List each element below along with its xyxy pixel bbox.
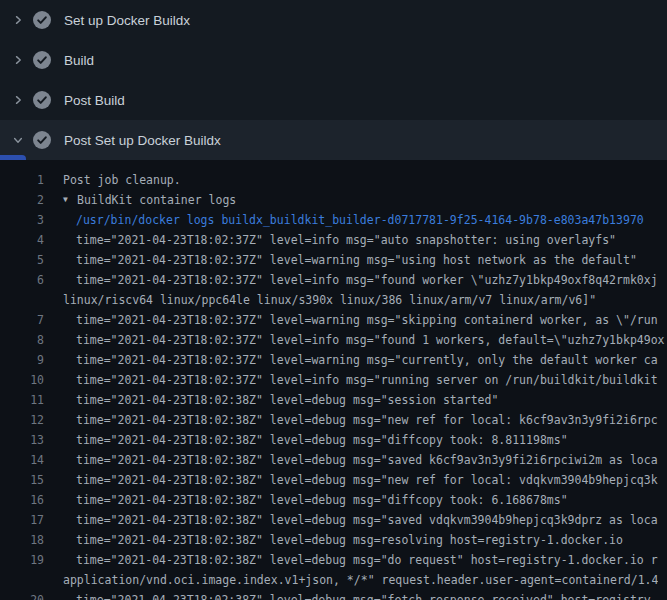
line-number[interactable]: 9 [0, 350, 44, 370]
log-line: 4 ▼ time="2021-04-23T18:02:37Z" level=in… [0, 230, 667, 250]
log-text: time="2021-04-23T18:02:38Z" level=debug … [76, 550, 658, 570]
log-text: Post job cleanup. [63, 170, 181, 190]
line-number[interactable]: 17 [0, 510, 44, 530]
check-circle-icon [32, 90, 52, 110]
line-number[interactable]: 14 [0, 450, 44, 470]
check-circle-icon [32, 130, 52, 150]
log-line: 10 ▼ time="2021-04-23T18:02:37Z" level=i… [0, 370, 667, 390]
step-row[interactable]: Build [0, 40, 667, 80]
line-number[interactable]: 12 [0, 410, 44, 430]
actions-log-viewer: Set up Docker Buildx Build [0, 0, 667, 600]
log-line: 16 ▼ time="2021-04-23T18:02:38Z" level=d… [0, 490, 667, 510]
line-number[interactable]: 19 [0, 550, 44, 570]
log-line: 13 ▼ time="2021-04-23T18:02:38Z" level=d… [0, 430, 667, 450]
log-text: time="2021-04-23T18:02:38Z" level=debug … [76, 430, 568, 450]
line-number[interactable]: 15 [0, 470, 44, 490]
log-line: 15 ▼ time="2021-04-23T18:02:38Z" level=d… [0, 470, 667, 490]
step-row[interactable]: Post Build [0, 80, 667, 120]
line-number[interactable]: 20 [0, 590, 44, 600]
log-line: 12 ▼ time="2021-04-23T18:02:38Z" level=d… [0, 410, 667, 430]
chevron-right-icon[interactable] [12, 94, 24, 106]
log-text: time="2021-04-23T18:02:38Z" level=debug … [76, 450, 658, 470]
log-line: 6 ▼ time="2021-04-23T18:02:37Z" level=in… [0, 270, 667, 290]
log-line: 3 ▼ /usr/bin/docker logs buildx_buildkit… [0, 210, 667, 230]
line-number[interactable]: 11 [0, 390, 44, 410]
step-label: Post Build [64, 93, 125, 108]
log-line: 14 ▼ time="2021-04-23T18:02:38Z" level=d… [0, 450, 667, 470]
step-label: Build [64, 53, 94, 68]
line-number[interactable]: 13 [0, 430, 44, 450]
step-label: Post Set up Docker Buildx [64, 133, 221, 148]
line-number[interactable]: 16 [0, 490, 44, 510]
chevron-right-icon[interactable] [12, 54, 24, 66]
check-circle-icon [32, 50, 52, 70]
disclosure-triangle-icon[interactable]: ▼ [63, 190, 77, 210]
log-line: 18 ▼ time="2021-04-23T18:02:38Z" level=d… [0, 530, 667, 550]
log-text: time="2021-04-23T18:02:38Z" level=debug … [76, 390, 498, 410]
log-text: time="2021-04-23T18:02:38Z" level=debug … [76, 590, 658, 600]
log-command-text: /usr/bin/docker logs buildx_buildkit_bui… [76, 210, 644, 230]
log-text: time="2021-04-23T18:02:38Z" level=debug … [76, 410, 658, 430]
log-line: 8 ▼ time="2021-04-23T18:02:37Z" level=in… [0, 330, 667, 350]
log-line: 5 ▼ time="2021-04-23T18:02:37Z" level=wa… [0, 250, 667, 270]
log-area[interactable]: 1 ▼ Post job cleanup. 2 ▼ BuildKit conta… [0, 160, 667, 600]
line-number[interactable]: 5 [0, 250, 44, 270]
log-text: application/vnd.oci.image.index.v1+json,… [63, 570, 658, 590]
log-text: time="2021-04-23T18:02:37Z" level=warnin… [76, 310, 658, 330]
focus-accent-bar [0, 155, 26, 160]
line-number[interactable]: 4 [0, 230, 44, 250]
line-number[interactable]: 10 [0, 370, 44, 390]
step-row[interactable]: Set up Docker Buildx [0, 0, 667, 40]
line-number[interactable] [0, 570, 44, 590]
line-number[interactable]: 18 [0, 530, 44, 550]
log-line: 19 ▼ time="2021-04-23T18:02:38Z" level=d… [0, 550, 667, 570]
line-number[interactable]: 1 [0, 170, 44, 190]
log-text: time="2021-04-23T18:02:37Z" level=warnin… [76, 250, 637, 270]
line-number[interactable]: 7 [0, 310, 44, 330]
log-text[interactable]: BuildKit container logs [77, 190, 236, 210]
log-text: time="2021-04-23T18:02:38Z" level=debug … [76, 490, 568, 510]
log-text: time="2021-04-23T18:02:37Z" level=warnin… [76, 350, 658, 370]
log-line: 1 ▼ Post job cleanup. [0, 170, 667, 190]
log-text: time="2021-04-23T18:02:37Z" level=info m… [76, 370, 658, 390]
log-text: time="2021-04-23T18:02:37Z" level=info m… [76, 270, 658, 290]
log-text: time="2021-04-23T18:02:37Z" level=info m… [76, 230, 616, 250]
log-text: time="2021-04-23T18:02:37Z" level=info m… [76, 330, 665, 350]
log-line: 17 ▼ time="2021-04-23T18:02:38Z" level=d… [0, 510, 667, 530]
log-line: 20 ▼ time="2021-04-23T18:02:38Z" level=d… [0, 590, 667, 600]
chevron-down-icon[interactable] [12, 134, 24, 146]
log-line: 11 ▼ time="2021-04-23T18:02:38Z" level=d… [0, 390, 667, 410]
step-label: Set up Docker Buildx [64, 13, 190, 28]
line-number[interactable]: 2 [0, 190, 44, 210]
chevron-right-icon[interactable] [12, 14, 24, 26]
check-circle-icon [32, 10, 52, 30]
log-text: time="2021-04-23T18:02:38Z" level=debug … [76, 470, 658, 490]
log-text: linux/riscv64 linux/ppc64le linux/s390x … [63, 290, 596, 310]
line-number[interactable] [0, 290, 44, 310]
log-line: ▼ application/vnd.oci.image.index.v1+jso… [0, 570, 667, 590]
log-line: ▼ linux/riscv64 linux/ppc64le linux/s390… [0, 290, 667, 310]
line-number[interactable]: 6 [0, 270, 44, 290]
log-line: 9 ▼ time="2021-04-23T18:02:37Z" level=wa… [0, 350, 667, 370]
line-number[interactable]: 8 [0, 330, 44, 350]
steps-list: Set up Docker Buildx Build [0, 0, 667, 160]
line-number[interactable]: 3 [0, 210, 44, 230]
log-line: 7 ▼ time="2021-04-23T18:02:37Z" level=wa… [0, 310, 667, 330]
log-text: time="2021-04-23T18:02:38Z" level=debug … [76, 510, 658, 530]
log-line: 2 ▼ BuildKit container logs [0, 190, 667, 210]
log-text: time="2021-04-23T18:02:38Z" level=debug … [76, 530, 623, 550]
step-row[interactable]: Post Set up Docker Buildx [0, 120, 667, 160]
